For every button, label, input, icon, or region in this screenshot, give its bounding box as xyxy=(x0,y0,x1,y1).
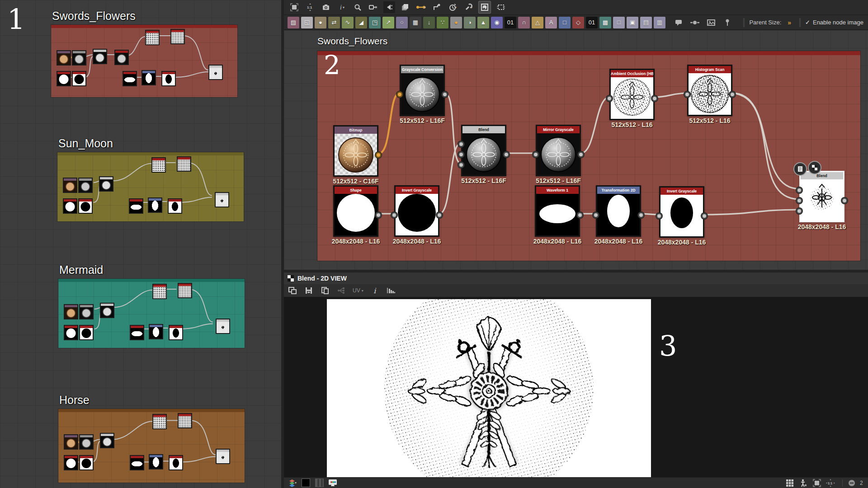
mini-node-transformation-2d[interactable] xyxy=(149,324,163,339)
input-port[interactable] xyxy=(796,208,802,214)
output-port[interactable] xyxy=(638,212,644,218)
mini-node-bitmap[interactable] xyxy=(64,434,78,450)
output-port[interactable] xyxy=(651,95,658,102)
mini-node-bitmap[interactable] xyxy=(57,50,71,66)
output-port[interactable] xyxy=(577,212,583,218)
node-library-tile[interactable]: ↗ xyxy=(382,17,394,28)
comment-bubble-icon[interactable] xyxy=(673,17,684,28)
mini-node-invert-2[interactable] xyxy=(169,325,183,340)
mini-node-histogram-scan[interactable] xyxy=(178,413,192,428)
node-library-tile[interactable]: ◑ xyxy=(464,17,476,28)
layers-stack-icon[interactable] xyxy=(399,1,411,13)
wrench-tools-icon[interactable]: ▾ xyxy=(462,1,474,13)
node-library-tile[interactable]: ◇ xyxy=(572,17,584,28)
output-port[interactable] xyxy=(503,151,509,158)
mini-node-shape[interactable] xyxy=(57,71,71,86)
node-blend[interactable]: Blend 512x512 - L16F xyxy=(461,125,506,176)
expand-chevron[interactable]: » xyxy=(788,19,791,26)
output-port[interactable] xyxy=(729,91,736,98)
node-library-tile[interactable]: △ xyxy=(532,17,543,28)
mini-node-final-blend[interactable] xyxy=(216,449,230,464)
display-settings-icon[interactable] xyxy=(327,479,338,488)
mini-node-shape[interactable] xyxy=(64,325,78,340)
input-port[interactable] xyxy=(606,95,613,102)
pin-icon[interactable] xyxy=(722,17,733,28)
input-port[interactable] xyxy=(593,212,599,218)
node-library-tile[interactable]: ∩ xyxy=(518,17,530,28)
mini-node-bitmap[interactable] xyxy=(64,304,78,319)
input-port[interactable] xyxy=(391,212,397,218)
uv-mode-select[interactable]: UV▾ xyxy=(353,287,363,294)
mini-node-grayscale[interactable] xyxy=(78,178,93,193)
copy-image-icon[interactable] xyxy=(320,286,330,296)
mini-node-ambient-occlusion[interactable] xyxy=(152,414,167,429)
tiling-mode-swatch[interactable] xyxy=(314,479,325,488)
mini-node-invert-2[interactable] xyxy=(169,455,183,470)
mini-node-mirror[interactable] xyxy=(114,50,129,65)
histogram-icon[interactable] xyxy=(386,286,396,296)
mini-node-transformation-2d[interactable] xyxy=(149,454,163,469)
channels-layers-icon[interactable]: ▾ xyxy=(287,479,297,488)
output-port[interactable] xyxy=(436,212,443,218)
output-port[interactable] xyxy=(375,212,382,218)
mini-node-invert-2[interactable] xyxy=(161,71,176,86)
node-library-tile[interactable]: ▥ xyxy=(654,17,665,28)
enable-node-image-checkbox[interactable]: ✓ Enable node image xyxy=(805,19,863,26)
output-port[interactable] xyxy=(442,91,448,98)
timer-icon[interactable]: ▾ xyxy=(447,1,458,13)
zoom-out-icon[interactable] xyxy=(846,479,857,488)
mini-node-grayscale[interactable] xyxy=(79,434,94,450)
mini-node-histogram-scan[interactable] xyxy=(178,283,192,298)
screenshot-camera-icon[interactable] xyxy=(320,1,332,13)
graph-editor-panel[interactable]: Swords_Flowers 2 Bitmap 512x512 - C16F G… xyxy=(284,30,868,270)
alpha-badge[interactable] xyxy=(808,161,821,174)
node-library-tile[interactable]: □ xyxy=(613,17,625,28)
fit-image-icon[interactable] xyxy=(811,479,822,488)
node-library-tile[interactable]: □ xyxy=(559,17,571,28)
node-library-tile[interactable]: 01 xyxy=(505,17,516,28)
node-library-tile[interactable]: ◉ xyxy=(491,17,503,28)
node-library-tile[interactable]: ▣ xyxy=(627,17,638,28)
node-library-tile[interactable]: ◱ xyxy=(301,17,313,28)
fit-view-icon[interactable] xyxy=(288,1,300,13)
frame-grid-icon[interactable] xyxy=(495,1,507,13)
mini-node-bitmap[interactable] xyxy=(63,178,77,193)
mini-node-shape[interactable] xyxy=(64,455,78,470)
node-library-tile[interactable]: ↓ xyxy=(423,17,435,28)
node-invert-grayscale[interactable]: Invert Grayscale 2048x2048 - L16 xyxy=(394,185,439,237)
mini-node-waveform[interactable] xyxy=(123,71,137,86)
mini-node-invert-2[interactable] xyxy=(168,198,182,214)
mini-node-waveform[interactable] xyxy=(130,455,144,470)
mannequin-scale-icon[interactable] xyxy=(798,479,809,488)
node-mirror-grayscale[interactable]: Mirror Grayscale 512x512 - L16F xyxy=(536,125,581,176)
graph-group-frame[interactable]: Horse xyxy=(58,409,245,483)
grid-toggle-icon[interactable] xyxy=(784,479,795,488)
mini-node-blend[interactable] xyxy=(100,433,114,448)
link-connection-icon[interactable]: ▾ xyxy=(415,1,427,13)
node-library-tile[interactable]: ▲ xyxy=(477,17,489,28)
node-library-tile[interactable]: ∵ xyxy=(437,17,448,28)
view-2d-header[interactable]: Blend - 2D VIEW xyxy=(284,272,868,285)
node-blend-final[interactable]: Blend 2048x2048 - L16 xyxy=(799,171,844,222)
node-library-tile[interactable]: ⇄ xyxy=(328,17,340,28)
zoom-one-to-one-icon[interactable]: 1:1 xyxy=(304,1,316,13)
mini-node-histogram-scan[interactable] xyxy=(177,156,191,172)
output-port[interactable] xyxy=(841,197,848,204)
mini-node-grayscale[interactable] xyxy=(79,304,94,319)
compact-node-view-icon[interactable] xyxy=(383,1,395,13)
mini-node-blend[interactable] xyxy=(99,176,113,192)
mini-node-ambient-occlusion[interactable] xyxy=(151,157,166,173)
mini-node-invert[interactable] xyxy=(72,71,86,86)
link-node-icon[interactable] xyxy=(336,286,346,296)
input-port[interactable] xyxy=(656,213,662,219)
node-library-tile[interactable]: A xyxy=(545,17,557,28)
node-histogram-scan[interactable]: Histogram Scan 512x512 - L16 xyxy=(687,65,732,116)
graph-group-frame[interactable]: Mermaid xyxy=(58,279,245,348)
input-port[interactable] xyxy=(796,187,802,193)
node-library-tile[interactable]: ◳ xyxy=(369,17,381,28)
input-port[interactable] xyxy=(396,91,403,98)
save-image-icon[interactable] xyxy=(304,286,314,296)
mini-node-waveform[interactable] xyxy=(129,198,143,214)
node-grayscale-conversion[interactable]: Grayscale Conversion 512x512 - L16F xyxy=(400,65,445,116)
view-2d-canvas[interactable]: 3 2048 x 2048 (Grayscale, 16bpc) xyxy=(284,297,868,477)
